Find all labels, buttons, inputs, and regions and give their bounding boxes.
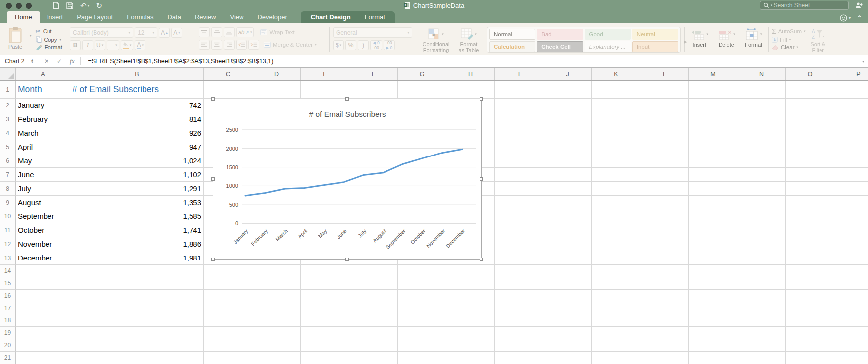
- cell-K8[interactable]: [592, 182, 640, 196]
- cell-L20[interactable]: [640, 339, 689, 352]
- cell-O21[interactable]: [786, 352, 834, 364]
- cell-I16[interactable]: [495, 290, 543, 302]
- cell-B5[interactable]: 947: [70, 140, 204, 154]
- cell-G20[interactable]: [398, 339, 446, 352]
- cell-A9[interactable]: August: [16, 196, 70, 209]
- cell-P9[interactable]: [834, 196, 868, 209]
- cell-H18[interactable]: [446, 314, 495, 327]
- row-header-19[interactable]: 19: [0, 327, 16, 339]
- cell-B14[interactable]: [70, 265, 204, 277]
- cell-F14[interactable]: [349, 265, 398, 277]
- cell-A7[interactable]: June: [16, 168, 70, 182]
- cell-M4[interactable]: [689, 126, 737, 140]
- row-header-20[interactable]: 20: [0, 339, 16, 352]
- cell-A19[interactable]: [16, 327, 70, 339]
- column-header-G[interactable]: G: [398, 68, 446, 80]
- cell-L2[interactable]: [640, 99, 689, 112]
- cell-I15[interactable]: [495, 277, 543, 290]
- cell-P18[interactable]: [834, 314, 868, 327]
- cell-N6[interactable]: [737, 154, 786, 168]
- cell-F15[interactable]: [349, 277, 398, 290]
- cell-J10[interactable]: [543, 209, 592, 223]
- cell-P2[interactable]: [834, 99, 868, 112]
- column-header-A[interactable]: A: [16, 68, 70, 80]
- cell-H17[interactable]: [446, 302, 495, 314]
- column-header-D[interactable]: D: [252, 68, 301, 80]
- cell-D21[interactable]: [252, 352, 301, 364]
- feedback-smiley-button[interactable]: ▾: [840, 14, 851, 22]
- cell-I13[interactable]: [495, 251, 543, 265]
- cell-P21[interactable]: [834, 352, 868, 364]
- column-header-P[interactable]: P: [834, 68, 868, 80]
- cell-K21[interactable]: [592, 352, 640, 364]
- paste-button[interactable]: Paste: [5, 27, 26, 53]
- close-window-button[interactable]: [6, 3, 12, 9]
- cell-L13[interactable]: [640, 251, 689, 265]
- cell-I12[interactable]: [495, 237, 543, 251]
- name-box[interactable]: Chart 2: [0, 58, 29, 65]
- cell-I21[interactable]: [495, 352, 543, 364]
- chart-resize-handle[interactable]: [480, 177, 483, 181]
- cell-E20[interactable]: [301, 339, 349, 352]
- cell-A17[interactable]: [16, 302, 70, 314]
- tab-review[interactable]: Review: [188, 11, 223, 23]
- cell-A13[interactable]: December: [16, 251, 70, 265]
- cell-M7[interactable]: [689, 168, 737, 182]
- cell-O1[interactable]: [786, 81, 834, 99]
- cell-B3[interactable]: 814: [70, 112, 204, 126]
- cell-L16[interactable]: [640, 290, 689, 302]
- cell-O18[interactable]: [786, 314, 834, 327]
- tab-view[interactable]: View: [223, 11, 251, 23]
- cell-N7[interactable]: [737, 168, 786, 182]
- cell-O4[interactable]: [786, 126, 834, 140]
- font-size-select[interactable]: 12 ▾: [135, 27, 157, 38]
- cell-J6[interactable]: [543, 154, 592, 168]
- chart-resize-handle[interactable]: [211, 258, 215, 261]
- cell-O16[interactable]: [786, 290, 834, 302]
- cell-B9[interactable]: 1,353: [70, 196, 204, 209]
- font-name-select[interactable]: Calibri (Body) ▾: [70, 27, 133, 38]
- row-header-11[interactable]: 11: [0, 223, 16, 237]
- orientation-button[interactable]: ab↗▾: [236, 27, 254, 37]
- cell-K6[interactable]: [592, 154, 640, 168]
- cell-I18[interactable]: [495, 314, 543, 327]
- cell-style-normal[interactable]: Normal: [489, 29, 535, 40]
- cell-A3[interactable]: February: [16, 112, 70, 126]
- cell-L15[interactable]: [640, 277, 689, 290]
- cell-G1[interactable]: [398, 81, 446, 99]
- cell-J4[interactable]: [543, 126, 592, 140]
- cell-I3[interactable]: [495, 112, 543, 126]
- cell-P4[interactable]: [834, 126, 868, 140]
- cell-E15[interactable]: [301, 277, 349, 290]
- copy-button[interactable]: Copy ▾: [36, 36, 62, 43]
- cell-K14[interactable]: [592, 265, 640, 277]
- format-painter-button[interactable]: Format: [36, 44, 62, 50]
- cell-P6[interactable]: [834, 154, 868, 168]
- column-header-E[interactable]: E: [301, 68, 349, 80]
- cell-J9[interactable]: [543, 196, 592, 209]
- cell-P14[interactable]: [834, 265, 868, 277]
- cell-K20[interactable]: [592, 339, 640, 352]
- cell-P1[interactable]: [834, 81, 868, 99]
- cell-O5[interactable]: [786, 140, 834, 154]
- borders-button[interactable]: ▾: [107, 40, 119, 50]
- cell-A21[interactable]: [16, 352, 70, 364]
- cell-B20[interactable]: [70, 339, 204, 352]
- cell-N20[interactable]: [737, 339, 786, 352]
- cell-K18[interactable]: [592, 314, 640, 327]
- cell-J16[interactable]: [543, 290, 592, 302]
- cell-A11[interactable]: October: [16, 223, 70, 237]
- cell-K12[interactable]: [592, 237, 640, 251]
- cell-C20[interactable]: [204, 339, 252, 352]
- copy-caret-icon[interactable]: ▾: [59, 38, 61, 42]
- cell-P20[interactable]: [834, 339, 868, 352]
- cell-L6[interactable]: [640, 154, 689, 168]
- cell-M17[interactable]: [689, 302, 737, 314]
- cell-O2[interactable]: [786, 99, 834, 112]
- cell-K19[interactable]: [592, 327, 640, 339]
- font-color-button[interactable]: A▾: [135, 40, 145, 50]
- autosum-button[interactable]: Σ AutoSum ▾: [772, 27, 805, 35]
- cell-A20[interactable]: [16, 339, 70, 352]
- cell-I19[interactable]: [495, 327, 543, 339]
- cell-O19[interactable]: [786, 327, 834, 339]
